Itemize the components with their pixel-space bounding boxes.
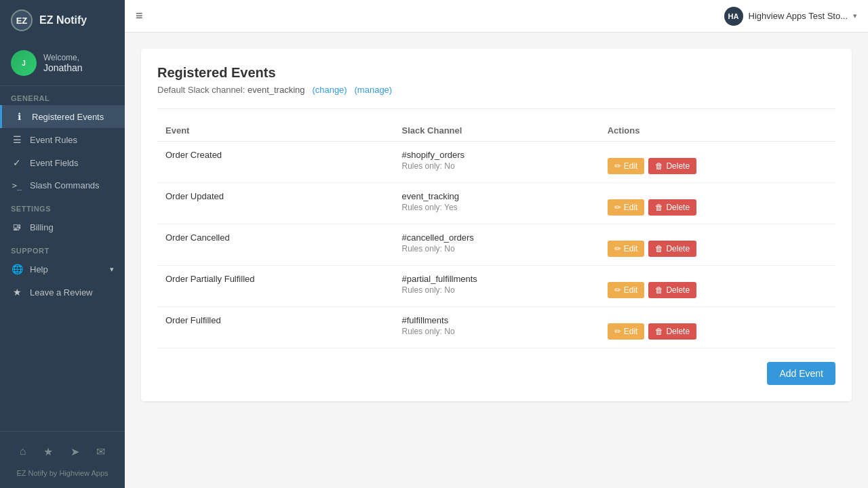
divider [157,108,835,109]
welcome-label: Welcome, [43,53,83,62]
add-event-button[interactable]: Add Event [767,362,835,385]
edit-button[interactable]: ✏ Edit [608,158,645,174]
sidebar-item-label: Event Rules [30,135,77,145]
edit-label: Edit [624,327,638,336]
sidebar-item-label: Event Fields [30,158,79,168]
table-row: Order Created#shopify_ordersRules only: … [157,142,835,183]
edit-button[interactable]: ✏ Edit [608,241,645,257]
slack-channel: event_tracking [402,191,591,201]
event-name: Order Updated [165,191,386,201]
event-name: Order Fulfilled [165,315,386,325]
event-name: Order Cancelled [165,232,386,243]
sidebar-item-label: Slash Commands [30,180,100,190]
slack-channel-cell: #fulfillmentsRules only: No [394,307,599,348]
settings-section-label: SETTINGS [0,197,125,216]
sidebar-item-label: Billing [30,222,54,232]
event-name: Order Created [165,150,386,160]
delete-button[interactable]: 🗑 Delete [648,282,696,298]
edit-button[interactable]: ✏ Edit [608,282,645,298]
list-icon: ☰ [11,134,23,145]
sidebar-item-label: Registered Events [32,112,104,122]
store-name: Highview Apps Test Sto... [749,11,848,21]
sidebar-item-leave-review[interactable]: ★ Leave a Review [0,281,125,304]
main-area: ≡ HA Highview Apps Test Sto... ▾ Registe… [125,0,868,488]
sidebar-header: EZ EZ Notify [0,0,125,41]
edit-label: Edit [624,203,638,212]
support-section-label: SUPPORT [0,239,125,258]
actions-cell: ✏ Edit 🗑 Delete [599,266,835,307]
actions-buttons: ✏ Edit 🗑 Delete [608,150,827,174]
col-actions: Actions [599,120,835,142]
actions-buttons: ✏ Edit 🗑 Delete [608,191,827,216]
event-name-cell: Order Created [157,142,394,183]
delete-button[interactable]: 🗑 Delete [648,323,696,340]
event-name-cell: Order Partially Fulfilled [157,266,394,307]
sidebar-item-slash-commands[interactable]: >_ Slash Commands [0,174,125,197]
delete-button[interactable]: 🗑 Delete [648,241,696,257]
delete-label: Delete [666,327,690,336]
edit-button[interactable]: ✏ Edit [608,199,645,216]
delete-button[interactable]: 🗑 Delete [648,199,696,216]
sidebar-item-billing[interactable]: 🖳 Billing [0,216,125,239]
table-row: Order Cancelled#cancelled_ordersRules on… [157,224,835,266]
topbar-chevron-icon: ▾ [853,12,857,20]
default-channel-name: event_tracking [248,85,305,95]
username: Jonathan [43,62,83,73]
delete-button[interactable]: 🗑 Delete [648,158,696,174]
sidebar-item-event-rules[interactable]: ☰ Event Rules [0,128,125,151]
edit-label: Edit [624,244,638,253]
actions-buttons: ✏ Edit 🗑 Delete [608,315,827,340]
actions-buttons: ✏ Edit 🗑 Delete [608,232,827,257]
trash-icon: 🗑 [655,161,663,171]
bottom-icons: ⌂ ★ ➤ ✉ [0,437,125,466]
avatar: J [11,50,37,76]
change-link[interactable]: (change) [312,85,347,95]
pencil-icon: ✏ [614,161,621,171]
slack-channel-cell: #shopify_ordersRules only: No [394,142,599,183]
mail-icon[interactable]: ✉ [94,443,108,461]
star-bottom-icon[interactable]: ★ [41,443,56,461]
slack-channel-cell: #partial_fulfillmentsRules only: No [394,266,599,307]
slack-channel: #partial_fulfillments [402,274,591,284]
slash-icon: >_ [11,181,23,190]
user-section: J Welcome, Jonathan [0,41,125,86]
event-name-cell: Order Fulfilled [157,307,394,348]
delete-label: Delete [666,244,690,253]
content: Registered Events Default Slack channel:… [125,33,868,488]
pencil-icon: ✏ [614,285,621,295]
globe-icon: 🌐 [11,264,23,274]
rules-only: Rules only: Yes [402,203,591,212]
pencil-icon: ✏ [614,327,621,336]
slack-channel-cell: #cancelled_ordersRules only: No [394,224,599,266]
delete-label: Delete [666,203,690,212]
actions-buttons: ✏ Edit 🗑 Delete [608,274,827,298]
check-icon: ✓ [11,157,23,168]
edit-label: Edit [624,161,638,171]
sidebar-item-event-fields[interactable]: ✓ Event Fields [0,151,125,174]
page-subtitle: Default Slack channel: event_tracking (c… [157,85,835,95]
send-icon[interactable]: ➤ [68,443,82,461]
table-row: Order Updatedevent_trackingRules only: Y… [157,183,835,224]
rules-only: Rules only: No [402,285,591,295]
registered-events-card: Registered Events Default Slack channel:… [141,49,852,401]
add-event-row: Add Event [157,362,835,385]
app-logo-icon: EZ [11,9,33,31]
home-icon[interactable]: ⌂ [17,443,29,461]
manage-link[interactable]: (manage) [355,85,393,95]
trash-icon: 🗑 [655,244,663,253]
star-icon: ★ [11,287,23,298]
menu-icon[interactable]: ≡ [136,9,143,23]
col-slack-channel: Slack Channel [394,120,599,142]
actions-cell: ✏ Edit 🗑 Delete [599,183,835,224]
rules-only: Rules only: No [402,327,591,336]
sidebar-item-label: Leave a Review [30,287,93,298]
event-name: Order Partially Fulfilled [165,274,386,284]
sidebar: EZ EZ Notify J Welcome, Jonathan GENERAL… [0,0,125,488]
edit-label: Edit [624,285,638,295]
sidebar-item-registered-events[interactable]: ℹ Registered Events [0,105,125,128]
edit-button[interactable]: ✏ Edit [608,323,645,340]
sidebar-item-help[interactable]: 🌐 Help ▾ [0,258,125,281]
subtitle-prefix: Default Slack channel: [157,85,248,95]
billing-icon: 🖳 [11,222,23,232]
store-selector[interactable]: HA Highview Apps Test Sto... ▾ [724,7,857,26]
